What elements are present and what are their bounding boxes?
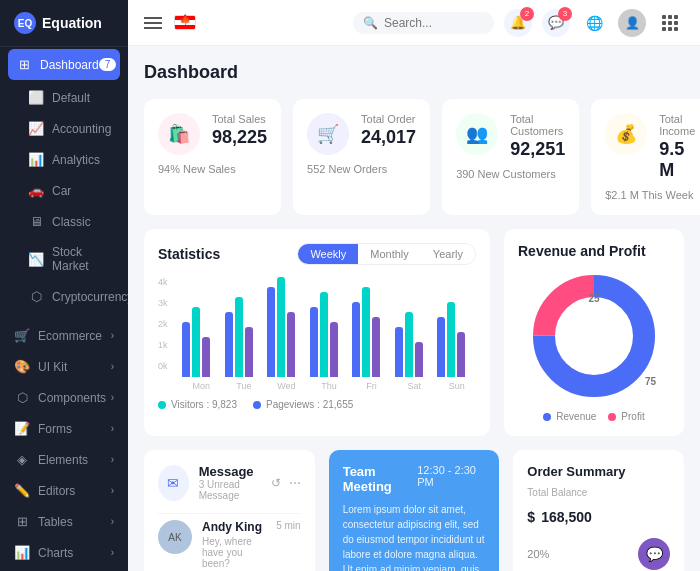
- bar-fri-teal: [362, 287, 370, 377]
- stat-card-customers: 👥 Total Customers 92,251 390 New Custome…: [442, 99, 579, 215]
- tab-yearly[interactable]: Yearly: [421, 244, 475, 264]
- meeting-header: Team Meeting 12:30 - 2:30 PM: [343, 464, 486, 494]
- bar-mon-purple: [202, 337, 210, 377]
- customers-value: 92,251: [510, 139, 565, 160]
- more-icon[interactable]: ⋯: [289, 476, 301, 490]
- sidebar-item-crypto[interactable]: ⬡ Cryptocurrency: [0, 281, 128, 312]
- sidebar-item-uikit[interactable]: 🎨 UI Kit ›: [0, 351, 128, 382]
- profit-dot: [608, 413, 616, 421]
- message-sub: 3 Unread Message: [199, 479, 271, 501]
- bar-group-fri: [352, 287, 391, 377]
- bar-sat-blue: [395, 327, 403, 377]
- statistics-card: Statistics Weekly Monthly Yearly 4k 3k 2…: [144, 229, 490, 436]
- sidebar-item-label: Charts: [38, 546, 73, 560]
- uikit-icon: 🎨: [14, 359, 30, 374]
- donut-label-75: 75: [645, 376, 656, 387]
- notification-bell-button[interactable]: 🔔 2: [504, 9, 532, 37]
- balance-value: 168,500: [541, 509, 592, 525]
- sidebar-item-label: Classic: [52, 215, 91, 229]
- tab-monthly[interactable]: Monthly: [358, 244, 421, 264]
- sidebar-item-analytics[interactable]: 📊 Analytics: [0, 144, 128, 175]
- chevron-right-icon: ›: [111, 485, 114, 496]
- chart-area: 4k 3k 2k 1k 0k: [158, 277, 476, 391]
- sidebar-item-classic[interactable]: 🖥 Classic: [0, 206, 128, 237]
- notification-chat-button[interactable]: 💬 3: [542, 9, 570, 37]
- sidebar-item-label: Components: [38, 391, 106, 405]
- customers-sub: 390 New Customers: [456, 168, 565, 180]
- bar-group-wed: [267, 277, 306, 377]
- income-value: 9.5 M: [659, 139, 695, 181]
- y-label-2k: 2k: [158, 319, 168, 329]
- elements-icon: ◈: [14, 452, 30, 467]
- stockmarket-icon: 📉: [28, 252, 44, 267]
- legend-pageviews: Pageviews : 21,655: [253, 399, 353, 410]
- sidebar-item-label: Accounting: [52, 122, 111, 136]
- meeting-card: Team Meeting 12:30 - 2:30 PM Lorem ipsum…: [329, 450, 500, 571]
- sidebar-item-label: Editors: [38, 484, 75, 498]
- bar-thu-teal: [320, 292, 328, 377]
- sidebar-item-label: Elements: [38, 453, 88, 467]
- message-header: ✉ Message 3 Unread Message ↺ ⋯: [158, 464, 301, 501]
- legend-visitors: Visitors : 9,823: [158, 399, 237, 410]
- globe-icon-button[interactable]: 🌐: [580, 9, 608, 37]
- sidebar-item-components[interactable]: ⬡ Components ›: [0, 382, 128, 413]
- sidebar-item-editors[interactable]: ✏️ Editors ›: [0, 475, 128, 506]
- search-input[interactable]: [384, 16, 484, 30]
- y-label-0k: 0k: [158, 361, 168, 371]
- y-label-1k: 1k: [158, 340, 168, 350]
- sidebar-item-label: Cryptocurrency: [52, 290, 128, 304]
- sidebar-item-label: Ecommerce: [38, 329, 102, 343]
- order-balance-label: Total Balance: [527, 487, 670, 498]
- sidebar-item-default[interactable]: ⬜ Default: [0, 82, 128, 113]
- default-icon: ⬜: [28, 90, 44, 105]
- menu-toggle-button[interactable]: [144, 17, 162, 29]
- sidebar-item-ecommerce[interactable]: 🛒 Ecommerce ›: [0, 320, 128, 351]
- sidebar-item-dashboard[interactable]: ⊞ Dashboard 7: [8, 49, 120, 80]
- message-card: ✉ Message 3 Unread Message ↺ ⋯ AK Andy: [144, 450, 315, 571]
- revenue-legend-label: Revenue: [556, 411, 596, 422]
- message-body: Andy King Hey, where have you been?: [202, 520, 266, 569]
- bar-tue-blue: [225, 312, 233, 377]
- chat-fab-button[interactable]: 💬: [638, 538, 670, 570]
- x-label-mon: Mon: [182, 381, 221, 391]
- message-actions[interactable]: ↺ ⋯: [271, 476, 301, 490]
- message-title: Message: [199, 464, 271, 479]
- bar-mon-blue: [182, 322, 190, 377]
- user-avatar[interactable]: 👤: [618, 9, 646, 37]
- refresh-icon[interactable]: ↺: [271, 476, 281, 490]
- sidebar-item-elements[interactable]: ◈ Elements ›: [0, 444, 128, 475]
- ecommerce-icon: 🛒: [14, 328, 30, 343]
- bar-group-sun: [437, 302, 476, 377]
- sidebar-item-label: Tables: [38, 515, 73, 529]
- revenue-title: Revenue and Profit: [518, 243, 670, 259]
- sidebar-item-forms[interactable]: 📝 Forms ›: [0, 413, 128, 444]
- customers-icon: 👥: [456, 113, 498, 155]
- x-label-tue: Tue: [225, 381, 264, 391]
- legend-profit: Profit: [608, 411, 644, 422]
- visitors-dot: [158, 401, 166, 409]
- chevron-right-icon: ›: [111, 547, 114, 558]
- accounting-icon: 📈: [28, 121, 44, 136]
- order-summary-card: Order Summary Total Balance $ 168,500 20…: [513, 450, 684, 571]
- order-title: Order Summary: [527, 464, 670, 479]
- sidebar-item-label: Stock Market: [52, 245, 114, 273]
- stat-card-income: 💰 Total Income 9.5 M $2.1 M This Week: [591, 99, 700, 215]
- sidebar-item-label: Default: [52, 91, 90, 105]
- search-box[interactable]: 🔍: [353, 12, 494, 34]
- bar-wed-blue: [267, 287, 275, 377]
- revenue-dot: [543, 413, 551, 421]
- sidebar-item-tables[interactable]: ⊞ Tables ›: [0, 506, 128, 537]
- income-icon: 💰: [605, 113, 647, 155]
- grid-menu-button[interactable]: [656, 9, 684, 37]
- legend-revenue: Revenue: [543, 411, 596, 422]
- sidebar-item-accounting[interactable]: 📈 Accounting: [0, 113, 128, 144]
- bar-mon-teal: [192, 307, 200, 377]
- chevron-right-icon: ›: [111, 454, 114, 465]
- sidebar-item-charts[interactable]: 📊 Charts ›: [0, 537, 128, 568]
- sidebar-item-stockmarket[interactable]: 📉 Stock Market: [0, 237, 128, 281]
- tab-weekly[interactable]: Weekly: [298, 244, 358, 264]
- sales-icon: 🛍️: [158, 113, 200, 155]
- sidebar-item-car[interactable]: 🚗 Car: [0, 175, 128, 206]
- car-icon: 🚗: [28, 183, 44, 198]
- message-avatar: AK: [158, 520, 192, 554]
